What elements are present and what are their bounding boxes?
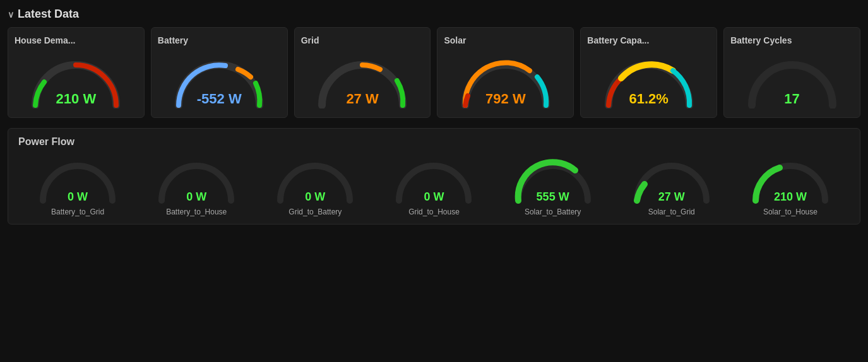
card-title-house-demand: House Dema... [15,35,138,45]
section-header: ∨ Latest Data [8,8,860,21]
flow-label-battery-to-house: Battery_to_House [166,207,227,216]
gauge-value-battery-cycles: 17 [784,91,799,107]
flow-gauge-battery-to-house: 0 W [155,156,237,204]
flow-value-solar-to-house: 210 W [774,190,807,204]
flow-label-solar-to-grid: Solar_to_Grid [648,207,695,216]
flow-value-grid-to-house: 0 W [424,190,444,204]
card-title-solar: Solar [444,35,567,45]
card-title-battery-cycles: Battery Cycles [730,35,853,45]
flow-value-solar-to-grid: 27 W [658,190,685,204]
section-title: Latest Data [18,8,79,21]
gauge-value-grid: 27 W [346,91,378,107]
flow-item-battery-to-house: 0 W Battery_to_House [155,156,237,216]
flow-gauge-solar-to-house: 210 W [749,156,831,204]
gauge-battery-capacity: 61.2% [598,52,699,108]
flow-label-solar-to-house: Solar_to_House [763,207,817,216]
flow-item-solar-to-battery: 555 W Solar_to_Battery [512,156,594,216]
flow-item-solar-to-house: 210 W Solar_to_House [749,156,831,216]
gauge-solar: 792 W [455,52,556,108]
cards-row: House Dema... 210 W Battery [8,27,860,118]
card-battery-capacity: Battery Capa... 61.2% [580,27,717,118]
gauge-value-house-demand: 210 W [56,91,97,107]
flow-label-grid-to-house: Grid_to_House [408,207,460,216]
power-flow-section: Power Flow 0 W Battery_to_Grid 0 W Batte… [8,128,860,225]
card-title-grid: Grid [301,35,424,45]
gauge-grid: 27 W [312,52,413,108]
gauge-value-battery: -552 W [197,91,242,107]
gauge-value-solar: 792 W [485,91,526,107]
card-battery: Battery -552 W [151,27,288,118]
flow-items-row: 0 W Battery_to_Grid 0 W Battery_to_House… [18,156,850,216]
gauge-battery: -552 W [169,52,270,108]
power-flow-title: Power Flow [18,136,850,148]
flow-label-solar-to-battery: Solar_to_Battery [525,207,581,216]
flow-label-battery-to-grid: Battery_to_Grid [51,207,104,216]
card-title-battery: Battery [158,35,281,45]
flow-value-battery-to-house: 0 W [186,190,206,204]
flow-gauge-solar-to-battery: 555 W [512,156,594,204]
flow-gauge-grid-to-house: 0 W [393,156,475,204]
gauge-house-demand: 210 W [25,52,126,108]
card-house-demand: House Dema... 210 W [8,27,145,118]
card-solar: Solar 792 W [437,27,574,118]
card-grid: Grid 27 W [294,27,431,118]
card-title-battery-capacity: Battery Capa... [587,35,710,45]
gauge-battery-cycles: 17 [742,52,843,108]
flow-value-grid-to-battery: 0 W [305,190,325,204]
flow-value-battery-to-grid: 0 W [68,190,88,204]
flow-gauge-grid-to-battery: 0 W [274,156,356,204]
gauge-value-battery-capacity: 61.2% [629,91,669,107]
flow-item-battery-to-grid: 0 W Battery_to_Grid [37,156,119,216]
flow-value-solar-to-battery: 555 W [537,190,569,204]
flow-gauge-battery-to-grid: 0 W [37,156,119,204]
flow-item-grid-to-battery: 0 W Grid_to_Battery [274,156,356,216]
flow-gauge-solar-to-grid: 27 W [631,156,713,204]
flow-item-grid-to-house: 0 W Grid_to_House [393,156,475,216]
card-battery-cycles: Battery Cycles 17 [723,27,860,118]
flow-item-solar-to-grid: 27 W Solar_to_Grid [631,156,713,216]
flow-label-grid-to-battery: Grid_to_Battery [288,207,342,216]
chevron-icon[interactable]: ∨ [8,9,14,20]
